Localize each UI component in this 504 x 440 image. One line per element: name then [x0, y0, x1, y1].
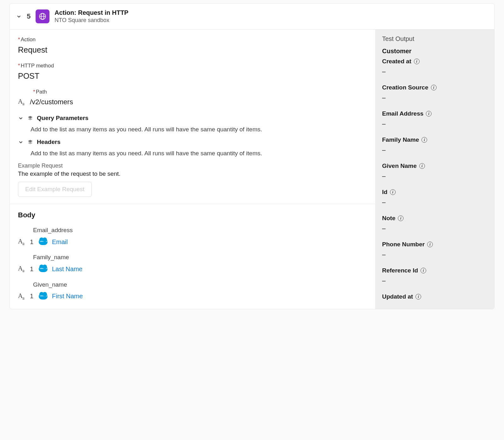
headers-title: Headers	[37, 139, 60, 146]
action-value: Request	[18, 45, 367, 54]
body-field-label: Email_address	[18, 227, 367, 234]
step-subtitle: NTO Square sandbox	[54, 17, 128, 24]
query-params-toggle[interactable]: Query Parameters	[18, 115, 367, 122]
http-method-label: *HTTP method	[18, 63, 367, 69]
out-field-label: Phone Number	[382, 241, 425, 248]
text-type-icon: Aa	[18, 98, 26, 106]
body-field-value: Email	[52, 238, 68, 246]
text-type-icon: Aa	[18, 292, 26, 301]
out-field-label: Family Name	[382, 136, 419, 143]
body-field-label: Family_name	[18, 254, 367, 261]
svg-marker-6	[28, 142, 33, 144]
body-field-row[interactable]: Aa 1 salesforce First Name	[18, 292, 367, 301]
salesforce-icon: salesforce	[39, 293, 48, 300]
output-section: Customer	[382, 48, 487, 55]
text-type-icon: Aa	[18, 265, 26, 273]
source-step-index: 1	[30, 238, 34, 246]
text-type-icon: Aa	[18, 237, 26, 246]
out-field-value: –	[382, 120, 487, 128]
http-globe-icon	[36, 9, 49, 23]
info-icon[interactable]: i	[414, 59, 420, 64]
out-field-value: –	[382, 173, 487, 180]
out-field-label: Given Name	[382, 163, 417, 169]
headers-toggle[interactable]: Headers	[18, 139, 367, 146]
example-label: Example Request	[18, 163, 367, 169]
out-field-value: –	[382, 199, 487, 206]
salesforce-icon: salesforce	[39, 239, 48, 245]
output-panel: Test Output Customer Created ati – Creat…	[375, 30, 494, 309]
body-field-label: Given_name	[18, 281, 367, 288]
out-field-label: Note	[382, 215, 395, 222]
path-value: /v2/customers	[30, 98, 73, 106]
info-icon[interactable]: i	[427, 242, 433, 247]
out-field-label: Created at	[382, 58, 411, 65]
out-field-label: Id	[382, 189, 387, 196]
info-icon[interactable]: i	[398, 215, 404, 221]
out-field-label: Creation Source	[382, 84, 428, 91]
source-step-index: 1	[30, 293, 34, 300]
chevron-down-icon[interactable]	[16, 14, 22, 19]
edit-example-button[interactable]: Edit Example Request	[18, 182, 92, 197]
step-header[interactable]: 5 Action: Request in HTTP NTO Square san…	[10, 3, 494, 30]
out-field-label: Reference Id	[382, 267, 418, 274]
chevron-down-icon	[18, 115, 24, 121]
body-field-row[interactable]: Aa 1 salesforce Last Name	[18, 265, 367, 273]
layers-icon	[27, 139, 33, 145]
out-field-value: –	[382, 94, 487, 101]
layers-icon	[27, 115, 33, 121]
example-desc: The example of the request to be sent.	[18, 170, 367, 177]
info-icon[interactable]: i	[426, 111, 432, 117]
chevron-down-icon	[18, 139, 24, 145]
out-field-value: –	[382, 277, 487, 284]
body-field-value: First Name	[52, 293, 83, 300]
query-params-title: Query Parameters	[37, 115, 89, 122]
query-params-helper: Add to the list as many items as you nee…	[18, 126, 367, 133]
info-icon[interactable]: i	[415, 294, 421, 300]
info-icon[interactable]: i	[431, 85, 437, 90]
out-field-value: –	[382, 225, 487, 232]
info-icon[interactable]: i	[421, 137, 427, 143]
info-icon[interactable]: i	[390, 189, 396, 195]
out-field-label: Updated at	[382, 293, 413, 300]
info-icon[interactable]: i	[421, 268, 426, 273]
info-icon[interactable]: i	[419, 163, 425, 169]
out-field-label: Email Address	[382, 110, 423, 117]
body-title: Body	[18, 211, 367, 219]
step-title: Action: Request in HTTP	[54, 9, 128, 16]
headers-helper: Add to the list as many items as you nee…	[18, 150, 367, 157]
out-field-value: –	[382, 251, 487, 258]
body-field-row[interactable]: Aa 1 salesforce Email	[18, 237, 367, 246]
source-step-index: 1	[30, 266, 34, 273]
out-field-value: –	[382, 68, 487, 75]
body-field-value: Last Name	[52, 266, 83, 273]
svg-marker-4	[28, 118, 33, 120]
out-field-value: –	[382, 146, 487, 154]
action-label: *Action	[18, 37, 367, 43]
salesforce-icon: salesforce	[39, 266, 48, 272]
output-title: Test Output	[382, 35, 487, 43]
step-number: 5	[27, 12, 31, 20]
http-method-value: POST	[18, 71, 367, 81]
path-label: *Path	[18, 89, 367, 95]
